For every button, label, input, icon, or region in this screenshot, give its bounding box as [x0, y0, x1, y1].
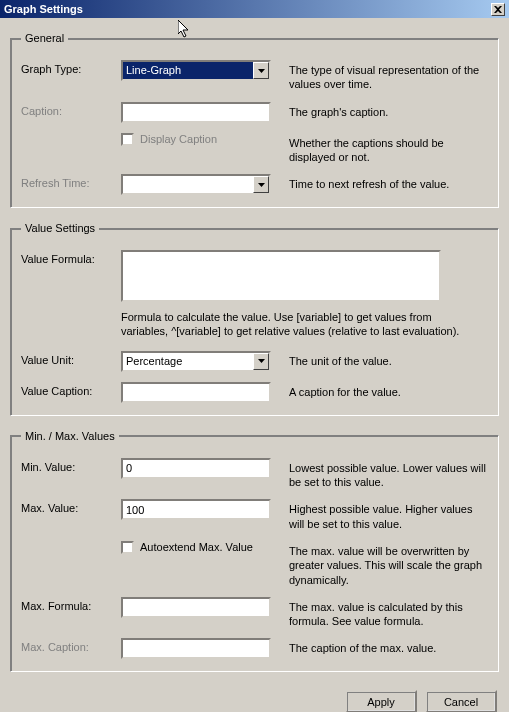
general-legend: General	[21, 32, 68, 44]
max-formula-desc: The max. value is calculated by this for…	[271, 597, 488, 629]
min-value-desc: Lowest possible value. Lower values will…	[271, 458, 488, 490]
caption-label: Caption:	[21, 102, 121, 117]
checkbox-icon	[121, 133, 134, 146]
value-formula-label: Value Formula:	[21, 250, 121, 265]
value-caption-input[interactable]	[121, 382, 271, 403]
value-caption-label: Value Caption:	[21, 382, 121, 397]
max-value-label: Max. Value:	[21, 499, 121, 514]
chevron-down-icon[interactable]	[253, 62, 269, 79]
min-value-input[interactable]	[121, 458, 271, 479]
apply-button[interactable]: Apply	[345, 690, 417, 712]
autoextend-desc: The max. value will be overwritten by gr…	[281, 541, 488, 587]
value-formula-input[interactable]	[121, 250, 441, 302]
window-title: Graph Settings	[4, 3, 83, 15]
checkbox-icon	[121, 541, 134, 554]
value-settings-legend: Value Settings	[21, 222, 99, 234]
graph-type-value: Line-Graph	[123, 62, 253, 79]
refresh-time-label: Refresh Time:	[21, 174, 121, 189]
value-unit-label: Value Unit:	[21, 351, 121, 366]
autoextend-label: Autoextend Max. Value	[140, 541, 253, 553]
refresh-time-desc: Time to next refresh of the value.	[271, 174, 488, 191]
graph-type-desc: The type of visual representation of the…	[271, 60, 488, 92]
graph-type-combo[interactable]: Line-Graph	[121, 60, 271, 81]
title-bar: Graph Settings	[0, 0, 509, 18]
max-caption-label: Max. Caption:	[21, 638, 121, 653]
general-group: General Graph Type: Line-Graph The type …	[10, 32, 499, 208]
autoextend-checkbox[interactable]: Autoextend Max. Value	[121, 541, 281, 554]
refresh-time-combo[interactable]	[121, 174, 271, 195]
button-row: Apply Cancel	[10, 686, 499, 712]
display-caption-desc: Whether the captions should be displayed…	[271, 133, 488, 165]
close-button[interactable]	[491, 3, 505, 16]
max-caption-input[interactable]	[121, 638, 271, 659]
display-caption-label: Display Caption	[140, 133, 217, 145]
value-unit-combo[interactable]: Percentage	[121, 351, 271, 372]
value-unit-desc: The unit of the value.	[271, 351, 488, 368]
display-caption-checkbox[interactable]: Display Caption	[121, 133, 271, 146]
chevron-down-icon[interactable]	[253, 353, 269, 370]
max-formula-label: Max. Formula:	[21, 597, 121, 612]
value-settings-group: Value Settings Value Formula: Formula to…	[10, 222, 499, 416]
cancel-button[interactable]: Cancel	[425, 690, 497, 712]
chevron-down-icon[interactable]	[253, 176, 269, 193]
minmax-legend: Min. / Max. Values	[21, 430, 119, 442]
value-caption-desc: A caption for the value.	[271, 382, 488, 399]
graph-type-label: Graph Type:	[21, 60, 121, 75]
max-value-desc: Highest possible value. Higher values wi…	[271, 499, 488, 531]
min-value-label: Min. Value:	[21, 458, 121, 473]
max-caption-desc: The caption of the max. value.	[271, 638, 488, 655]
max-formula-input[interactable]	[121, 597, 271, 618]
caption-input[interactable]	[121, 102, 271, 123]
max-value-input[interactable]	[121, 499, 271, 520]
minmax-group: Min. / Max. Values Min. Value: Lowest po…	[10, 430, 499, 673]
value-unit-value: Percentage	[123, 353, 253, 370]
refresh-time-value	[123, 176, 253, 193]
value-formula-desc: Formula to calculate the value. Use [var…	[121, 310, 461, 339]
dialog-content: General Graph Type: Line-Graph The type …	[0, 18, 509, 712]
caption-desc: The graph's caption.	[271, 102, 488, 119]
